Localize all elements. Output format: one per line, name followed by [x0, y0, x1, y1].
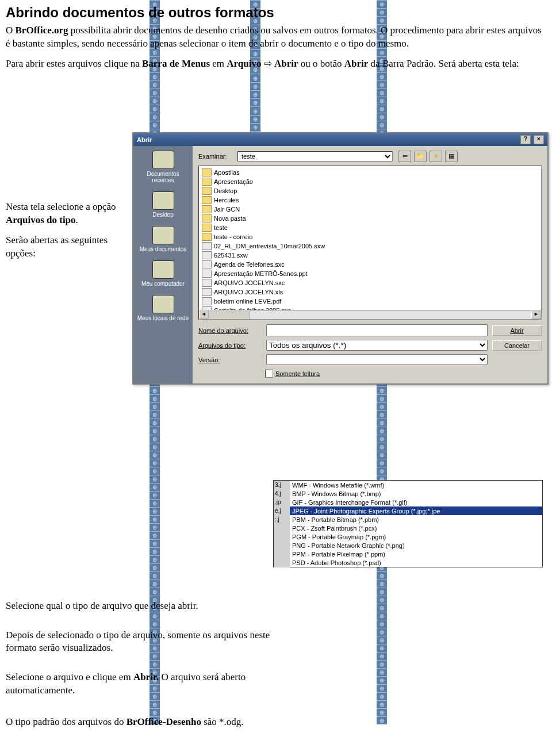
- format-id: [274, 541, 290, 550]
- text-bold: BrOffice-Desenho: [126, 716, 201, 727]
- format-label: WMF - Windows Metafile (*.wmf): [290, 482, 532, 489]
- text: O: [6, 25, 16, 36]
- arrow-icon: ⇨: [261, 58, 274, 69]
- format-option[interactable]: PPM - Portable Pixelmap (*.ppm): [274, 550, 542, 558]
- format-label: PGM - Portable Graymap (*.pgm): [290, 534, 532, 540]
- filetype-label: Arquivos do tipo:: [198, 342, 262, 349]
- document-icon: [202, 270, 212, 278]
- text: possibilita abrir documentos de desenho …: [6, 25, 542, 49]
- format-label: GIF - Graphics Interchange Format (*.gif…: [290, 499, 532, 506]
- paragraph-after-select: Depois de selecionado o tipo de arquivo,…: [6, 629, 276, 655]
- format-id: 3.j: [274, 481, 290, 490]
- side-note-1: Nesta tela selecione a opção Arquivos do…: [6, 201, 132, 227]
- format-id: 4.j: [274, 489, 290, 498]
- place-mycomputer[interactable]: Meu computador: [136, 260, 190, 287]
- paragraph-intro: O BrOffice.org possibilita abrir documen…: [6, 24, 546, 51]
- format-option[interactable]: PSD - Adobe Photoshop (*.psd): [274, 558, 542, 567]
- filename-input[interactable]: [266, 324, 488, 336]
- cancel-button[interactable]: Cancelar: [492, 340, 542, 351]
- file-name: boletim online LEVE.pdf: [214, 298, 281, 305]
- document-icon: [202, 260, 212, 268]
- text: em: [210, 58, 227, 69]
- file-name: Apresentação METRÔ-5anos.ppt: [214, 270, 308, 277]
- side-note-2: Serão abertas as seguintes opções:: [6, 234, 132, 260]
- format-option[interactable]: 3.jWMF - Windows Metafile (*.wmf): [274, 481, 542, 489]
- text: O tipo padrão dos arquivos do: [6, 716, 126, 727]
- version-select[interactable]: [266, 354, 488, 365]
- text: Nesta tela selecione a opção: [6, 201, 116, 212]
- horizontal-scrollbar[interactable]: ◄ ►: [199, 310, 541, 319]
- text-bold: BrOffice.org: [16, 25, 68, 36]
- format-label: JPEG - Joint Photographic Experts Group …: [290, 508, 532, 515]
- place-label: Meus locais de rede: [137, 315, 189, 321]
- text-bold: Arquivos do tipo: [6, 214, 76, 225]
- file-row[interactable]: Apresentação METRÔ-5anos.ppt: [201, 269, 539, 278]
- file-row[interactable]: ARQUIVO JOCELYN.xls: [201, 287, 539, 297]
- format-id: e.j: [274, 506, 290, 516]
- readonly-label: Somente leitura: [275, 370, 320, 377]
- filetype-select[interactable]: Todos os arquivos (*.*): [266, 340, 488, 351]
- file-row[interactable]: ARQUIVO JOCELYN.sxc: [201, 278, 539, 287]
- scroll-thumb[interactable]: [209, 310, 250, 320]
- format-label: BMP - Windows Bitmap (*.bmp): [290, 490, 532, 497]
- format-option[interactable]: .jpGIF - Graphics Interchange Format (*.…: [274, 498, 542, 506]
- text: são *.odg.: [201, 716, 244, 727]
- format-id: [274, 558, 290, 567]
- format-id: [274, 524, 290, 533]
- text: da Barra Padrão. Será aberta esta tela:: [368, 58, 519, 69]
- format-option[interactable]: PGM - Portable Graymap (*.pgm): [274, 532, 542, 541]
- filetype-dropdown[interactable]: 3.jWMF - Windows Metafile (*.wmf)4.jBMP …: [273, 480, 543, 567]
- format-label: PBM - Portable Bitmap (*.pbm): [290, 516, 532, 523]
- paragraph-instructions: Para abrir estes arquivos clique na Barr…: [6, 57, 546, 71]
- text-bold: Abrir: [344, 58, 369, 69]
- format-id: [274, 532, 290, 542]
- scroll-left-icon[interactable]: ◄: [199, 310, 209, 319]
- file-name: ARQUIVO JOCELYN.sxc: [214, 279, 285, 286]
- text: ou o botão: [298, 58, 344, 69]
- format-option[interactable]: 4.jBMP - Windows Bitmap (*.bmp): [274, 489, 542, 498]
- format-label: PCX - Zsoft Paintbrush (*.pcx): [290, 525, 532, 532]
- format-label: PNG - Portable Network Graphic (*.png): [290, 542, 532, 549]
- format-id: .jp: [274, 498, 290, 507]
- file-name: ARQUIVO JOCELYN.xls: [214, 289, 283, 296]
- text-bold: Arquivo: [227, 58, 261, 69]
- filename-label: Nome do arquivo:: [198, 327, 262, 334]
- text: Selecione o arquivo e clique em: [6, 671, 133, 682]
- format-label: PPM - Portable Pixelmap (*.ppm): [290, 551, 532, 558]
- page-title: Abrindo documentos de outros formatos: [6, 5, 546, 21]
- paragraph-default-type: O tipo padrão dos arquivos do BrOffice-D…: [6, 716, 546, 729]
- format-id: [274, 550, 290, 559]
- format-option[interactable]: PNG - Portable Network Graphic (*.png): [274, 541, 542, 550]
- file-name: Agenda de Telefones.sxc: [214, 261, 285, 268]
- file-row[interactable]: Agenda de Telefones.sxc: [201, 260, 539, 269]
- file-row[interactable]: boletim online LEVE.pdf: [201, 297, 539, 306]
- format-id: :.j: [274, 515, 290, 524]
- paragraph-select-type: Selecione qual o tipo de arquivo que des…: [6, 600, 276, 613]
- place-network[interactable]: Meus locais de rede: [136, 295, 190, 321]
- text-bold: Barra de Menus: [142, 58, 210, 69]
- readonly-checkbox[interactable]: Somente leitura: [265, 370, 542, 378]
- text-bold: Abrir.: [133, 671, 159, 682]
- open-button[interactable]: Abrir: [492, 325, 542, 336]
- version-label: Versão:: [198, 356, 262, 363]
- document-icon: [202, 297, 212, 305]
- text-bold: Abrir: [274, 58, 298, 69]
- format-label: PSD - Adobe Photoshop (*.psd): [290, 559, 532, 566]
- document-icon: [202, 288, 212, 296]
- format-option[interactable]: :.jPBM - Portable Bitmap (*.pbm): [274, 515, 542, 524]
- place-label: Meu computador: [141, 281, 185, 287]
- text: .: [76, 214, 78, 225]
- scroll-right-icon[interactable]: ►: [531, 310, 541, 319]
- format-option[interactable]: PCX - Zsoft Paintbrush (*.pcx): [274, 524, 542, 532]
- format-option[interactable]: e.jJPEG - Joint Photographic Experts Gro…: [274, 506, 542, 515]
- document-icon: [202, 279, 212, 287]
- paragraph-click-open: Selecione o arquivo e clique em Abrir. O…: [6, 671, 276, 697]
- text: Para abrir estes arquivos clique na: [6, 58, 142, 69]
- checkbox-icon[interactable]: [265, 370, 273, 378]
